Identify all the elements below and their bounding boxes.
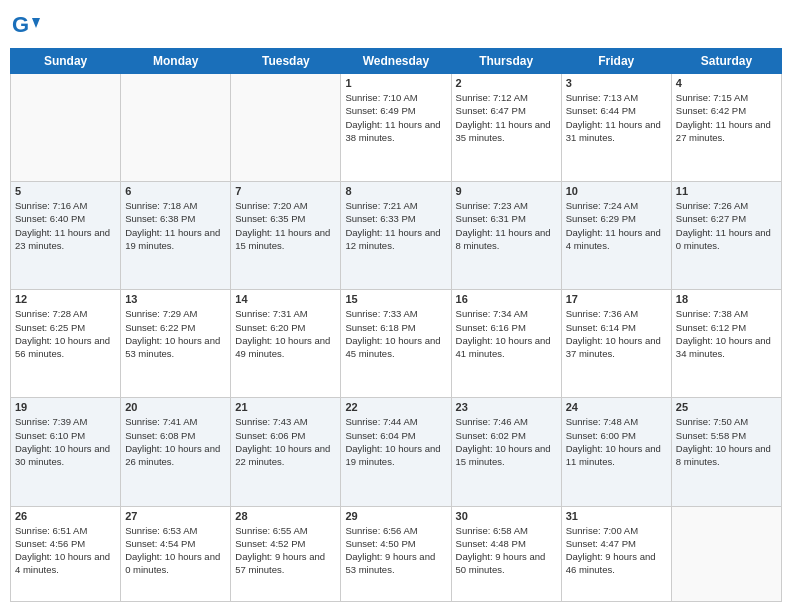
- day-number: 12: [15, 293, 116, 305]
- day-number: 7: [235, 185, 336, 197]
- day-header-monday: Monday: [121, 49, 231, 74]
- calendar-cell: [231, 74, 341, 182]
- week-row-3: 12Sunrise: 7:28 AMSunset: 6:25 PMDayligh…: [11, 290, 782, 398]
- logo: G: [10, 10, 44, 40]
- svg-marker-1: [32, 18, 40, 28]
- week-row-5: 26Sunrise: 6:51 AMSunset: 4:56 PMDayligh…: [11, 506, 782, 601]
- calendar-cell: 24Sunrise: 7:48 AMSunset: 6:00 PMDayligh…: [561, 398, 671, 506]
- cell-info: Sunrise: 7:13 AMSunset: 6:44 PMDaylight:…: [566, 91, 667, 144]
- cell-info: Sunrise: 7:43 AMSunset: 6:06 PMDaylight:…: [235, 415, 336, 468]
- cell-info: Sunrise: 7:26 AMSunset: 6:27 PMDaylight:…: [676, 199, 777, 252]
- calendar-cell: 27Sunrise: 6:53 AMSunset: 4:54 PMDayligh…: [121, 506, 231, 601]
- calendar-cell: 14Sunrise: 7:31 AMSunset: 6:20 PMDayligh…: [231, 290, 341, 398]
- svg-text:G: G: [12, 12, 29, 37]
- day-number: 20: [125, 401, 226, 413]
- cell-info: Sunrise: 7:50 AMSunset: 5:58 PMDaylight:…: [676, 415, 777, 468]
- calendar-cell: 18Sunrise: 7:38 AMSunset: 6:12 PMDayligh…: [671, 290, 781, 398]
- calendar-cell: 30Sunrise: 6:58 AMSunset: 4:48 PMDayligh…: [451, 506, 561, 601]
- week-row-2: 5Sunrise: 7:16 AMSunset: 6:40 PMDaylight…: [11, 182, 782, 290]
- day-number: 13: [125, 293, 226, 305]
- cell-info: Sunrise: 7:36 AMSunset: 6:14 PMDaylight:…: [566, 307, 667, 360]
- day-number: 2: [456, 77, 557, 89]
- calendar-cell: 21Sunrise: 7:43 AMSunset: 6:06 PMDayligh…: [231, 398, 341, 506]
- calendar-cell: 26Sunrise: 6:51 AMSunset: 4:56 PMDayligh…: [11, 506, 121, 601]
- day-number: 11: [676, 185, 777, 197]
- cell-info: Sunrise: 7:48 AMSunset: 6:00 PMDaylight:…: [566, 415, 667, 468]
- day-number: 22: [345, 401, 446, 413]
- cell-info: Sunrise: 7:16 AMSunset: 6:40 PMDaylight:…: [15, 199, 116, 252]
- cell-info: Sunrise: 7:20 AMSunset: 6:35 PMDaylight:…: [235, 199, 336, 252]
- calendar-cell: [671, 506, 781, 601]
- day-number: 18: [676, 293, 777, 305]
- day-number: 14: [235, 293, 336, 305]
- calendar-cell: 15Sunrise: 7:33 AMSunset: 6:18 PMDayligh…: [341, 290, 451, 398]
- day-number: 30: [456, 510, 557, 522]
- calendar-cell: 22Sunrise: 7:44 AMSunset: 6:04 PMDayligh…: [341, 398, 451, 506]
- calendar-cell: 12Sunrise: 7:28 AMSunset: 6:25 PMDayligh…: [11, 290, 121, 398]
- calendar-cell: [121, 74, 231, 182]
- day-number: 24: [566, 401, 667, 413]
- logo-icon: G: [10, 10, 40, 40]
- cell-info: Sunrise: 7:24 AMSunset: 6:29 PMDaylight:…: [566, 199, 667, 252]
- calendar-cell: 23Sunrise: 7:46 AMSunset: 6:02 PMDayligh…: [451, 398, 561, 506]
- calendar-cell: 9Sunrise: 7:23 AMSunset: 6:31 PMDaylight…: [451, 182, 561, 290]
- day-number: 16: [456, 293, 557, 305]
- day-number: 27: [125, 510, 226, 522]
- cell-info: Sunrise: 7:23 AMSunset: 6:31 PMDaylight:…: [456, 199, 557, 252]
- day-number: 19: [15, 401, 116, 413]
- calendar-cell: 6Sunrise: 7:18 AMSunset: 6:38 PMDaylight…: [121, 182, 231, 290]
- cell-info: Sunrise: 7:33 AMSunset: 6:18 PMDaylight:…: [345, 307, 446, 360]
- header: G: [10, 10, 782, 40]
- day-number: 3: [566, 77, 667, 89]
- day-headers: SundayMondayTuesdayWednesdayThursdayFrid…: [11, 49, 782, 74]
- day-number: 28: [235, 510, 336, 522]
- day-number: 29: [345, 510, 446, 522]
- week-row-1: 1Sunrise: 7:10 AMSunset: 6:49 PMDaylight…: [11, 74, 782, 182]
- week-row-4: 19Sunrise: 7:39 AMSunset: 6:10 PMDayligh…: [11, 398, 782, 506]
- day-header-saturday: Saturday: [671, 49, 781, 74]
- calendar-cell: 17Sunrise: 7:36 AMSunset: 6:14 PMDayligh…: [561, 290, 671, 398]
- calendar-cell: 11Sunrise: 7:26 AMSunset: 6:27 PMDayligh…: [671, 182, 781, 290]
- cell-info: Sunrise: 7:21 AMSunset: 6:33 PMDaylight:…: [345, 199, 446, 252]
- cell-info: Sunrise: 6:51 AMSunset: 4:56 PMDaylight:…: [15, 524, 116, 577]
- day-number: 1: [345, 77, 446, 89]
- calendar-cell: [11, 74, 121, 182]
- calendar-cell: 5Sunrise: 7:16 AMSunset: 6:40 PMDaylight…: [11, 182, 121, 290]
- day-number: 5: [15, 185, 116, 197]
- calendar-cell: 1Sunrise: 7:10 AMSunset: 6:49 PMDaylight…: [341, 74, 451, 182]
- cell-info: Sunrise: 6:56 AMSunset: 4:50 PMDaylight:…: [345, 524, 446, 577]
- cell-info: Sunrise: 7:44 AMSunset: 6:04 PMDaylight:…: [345, 415, 446, 468]
- day-number: 9: [456, 185, 557, 197]
- cell-info: Sunrise: 7:00 AMSunset: 4:47 PMDaylight:…: [566, 524, 667, 577]
- day-header-sunday: Sunday: [11, 49, 121, 74]
- cell-info: Sunrise: 7:12 AMSunset: 6:47 PMDaylight:…: [456, 91, 557, 144]
- cell-info: Sunrise: 7:34 AMSunset: 6:16 PMDaylight:…: [456, 307, 557, 360]
- cell-info: Sunrise: 7:38 AMSunset: 6:12 PMDaylight:…: [676, 307, 777, 360]
- calendar-cell: 10Sunrise: 7:24 AMSunset: 6:29 PMDayligh…: [561, 182, 671, 290]
- cell-info: Sunrise: 6:55 AMSunset: 4:52 PMDaylight:…: [235, 524, 336, 577]
- day-number: 31: [566, 510, 667, 522]
- day-number: 4: [676, 77, 777, 89]
- calendar-cell: 3Sunrise: 7:13 AMSunset: 6:44 PMDaylight…: [561, 74, 671, 182]
- day-number: 25: [676, 401, 777, 413]
- day-number: 23: [456, 401, 557, 413]
- day-number: 15: [345, 293, 446, 305]
- calendar-cell: 28Sunrise: 6:55 AMSunset: 4:52 PMDayligh…: [231, 506, 341, 601]
- cell-info: Sunrise: 7:15 AMSunset: 6:42 PMDaylight:…: [676, 91, 777, 144]
- calendar-cell: 29Sunrise: 6:56 AMSunset: 4:50 PMDayligh…: [341, 506, 451, 601]
- calendar-cell: 16Sunrise: 7:34 AMSunset: 6:16 PMDayligh…: [451, 290, 561, 398]
- day-header-thursday: Thursday: [451, 49, 561, 74]
- cell-info: Sunrise: 7:10 AMSunset: 6:49 PMDaylight:…: [345, 91, 446, 144]
- day-number: 8: [345, 185, 446, 197]
- day-number: 10: [566, 185, 667, 197]
- calendar-cell: 13Sunrise: 7:29 AMSunset: 6:22 PMDayligh…: [121, 290, 231, 398]
- cell-info: Sunrise: 6:53 AMSunset: 4:54 PMDaylight:…: [125, 524, 226, 577]
- day-header-friday: Friday: [561, 49, 671, 74]
- calendar-cell: 8Sunrise: 7:21 AMSunset: 6:33 PMDaylight…: [341, 182, 451, 290]
- cell-info: Sunrise: 7:41 AMSunset: 6:08 PMDaylight:…: [125, 415, 226, 468]
- cell-info: Sunrise: 7:28 AMSunset: 6:25 PMDaylight:…: [15, 307, 116, 360]
- day-number: 6: [125, 185, 226, 197]
- calendar-cell: 31Sunrise: 7:00 AMSunset: 4:47 PMDayligh…: [561, 506, 671, 601]
- cell-info: Sunrise: 7:18 AMSunset: 6:38 PMDaylight:…: [125, 199, 226, 252]
- day-number: 21: [235, 401, 336, 413]
